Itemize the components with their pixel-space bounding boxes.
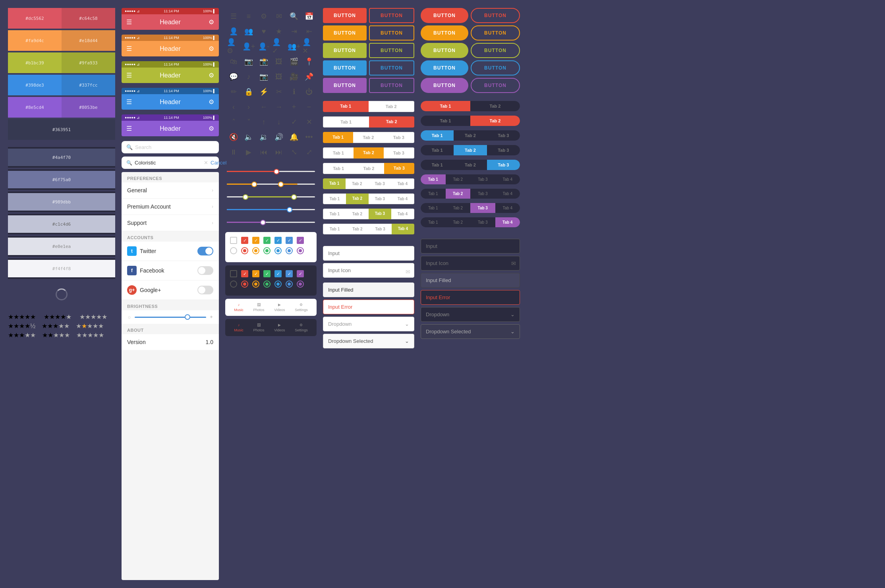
radio-dark-orange[interactable] — [252, 280, 259, 288]
slider-purple[interactable] — [227, 219, 315, 226]
tab-dark-p2-4[interactable]: Tab 4 — [495, 189, 520, 199]
btn-outline-orange[interactable]: BUTTON — [369, 25, 414, 41]
tab-dark-p4-2[interactable]: Tab 2 — [446, 217, 471, 227]
btn-rounded-outline-red[interactable]: BUTTON — [471, 8, 520, 23]
tab2-active-orange2[interactable]: Tab 2 — [354, 147, 384, 159]
tab-dark-p2-2[interactable]: Tab 2 — [446, 189, 471, 199]
input-filled-field[interactable] — [323, 282, 414, 297]
tab3-inactive-orange[interactable]: Tab 3 — [384, 132, 414, 143]
radio-blue[interactable] — [274, 247, 282, 254]
brightness-slider[interactable]: ☼ ✦ — [127, 314, 213, 320]
tab-dark-b3-3[interactable]: Tab 3 — [487, 160, 520, 170]
tab-dark-2-active-red2[interactable]: Tab 2 — [470, 116, 520, 126]
tab1-active-green[interactable]: Tab 1 — [323, 178, 346, 189]
bottom-bar-dark-videos[interactable]: ▶ Videos — [274, 323, 285, 332]
tab-dark-p1-1[interactable]: Tab 1 — [421, 174, 446, 184]
tab3-inactive-green[interactable]: Tab 3 — [369, 178, 391, 189]
checkbox-red[interactable]: ✓ — [241, 237, 248, 244]
btn-rounded-solid-green[interactable]: BUTTON — [421, 43, 468, 58]
search-box[interactable]: 🔍 Search — [122, 141, 219, 153]
btn-rounded-solid-orange[interactable]: BUTTON — [421, 25, 468, 41]
checkbox-purple[interactable]: ✓ — [297, 237, 304, 244]
tab-dark-p4-4[interactable]: Tab 4 — [495, 217, 520, 227]
btn-solid-blue[interactable]: BUTTON — [323, 60, 367, 75]
btn-outline-blue[interactable]: BUTTON — [369, 60, 414, 75]
checkbox-orange[interactable]: ✓ — [252, 237, 259, 244]
search-input[interactable] — [135, 160, 201, 166]
bottom-bar-videos[interactable]: ▶ Videos — [274, 303, 285, 312]
settings-item-premium[interactable]: Premium Account › — [122, 199, 219, 215]
checkbox-dark-blue[interactable]: ✓ — [274, 270, 282, 277]
btn-solid-green[interactable]: BUTTON — [323, 43, 367, 58]
btn-outline-green[interactable]: BUTTON — [369, 43, 414, 58]
bottom-bar-dark-music[interactable]: ♪ Music — [234, 323, 243, 332]
clear-icon[interactable]: ✕ — [204, 160, 208, 166]
slider-track[interactable] — [135, 317, 206, 318]
slider-orange[interactable] — [227, 181, 315, 188]
btn-outline-red[interactable]: BUTTON — [369, 8, 414, 23]
tab-dark-b2-2[interactable]: Tab 2 — [454, 145, 487, 155]
radio-blue2[interactable] — [286, 247, 293, 254]
btn-rounded-solid-purple[interactable]: BUTTON — [421, 78, 468, 93]
radio-dark-green[interactable] — [263, 280, 271, 288]
googleplus-toggle[interactable] — [197, 286, 213, 294]
tab-dark-1-active-red[interactable]: Tab 1 — [421, 101, 470, 111]
tab2-inactive-orange[interactable]: Tab 2 — [353, 132, 383, 143]
btn-rounded-outline-purple[interactable]: BUTTON — [471, 78, 520, 93]
tab-dark-1-inactive-red2[interactable]: Tab 1 — [421, 116, 470, 126]
radio-red[interactable] — [241, 247, 248, 254]
bottom-bar-photos[interactable]: 🖼 Photos — [253, 303, 264, 312]
slider-red[interactable] — [227, 168, 315, 175]
tab2-inactive-red[interactable]: Tab 2 — [369, 101, 415, 112]
twitter-toggle[interactable] — [197, 247, 213, 255]
tab4-i-g2[interactable]: Tab 4 — [391, 193, 414, 204]
tab2-i-g4[interactable]: Tab 2 — [346, 224, 369, 234]
tab-dark-p4-1[interactable]: Tab 1 — [421, 217, 446, 227]
settings-item-twitter[interactable]: t Twitter — [122, 242, 219, 261]
tab3-active-orange3[interactable]: Tab 3 — [384, 163, 414, 174]
bottom-bar-dark-settings[interactable]: ⚙ Settings — [295, 323, 308, 332]
checkbox-blue2[interactable]: ✓ — [286, 237, 293, 244]
btn-solid-purple[interactable]: BUTTON — [323, 78, 367, 93]
dropdown-selected-field[interactable]: Dropdown Selected ⌄ — [323, 334, 414, 348]
slider-green[interactable] — [227, 194, 315, 200]
slider-blue[interactable] — [227, 207, 315, 213]
tab1-i-g4[interactable]: Tab 1 — [323, 224, 346, 234]
btn-solid-orange[interactable]: BUTTON — [323, 25, 367, 41]
tab2-a-g2[interactable]: Tab 2 — [346, 193, 369, 204]
tab-dark-b3-2[interactable]: Tab 2 — [454, 160, 487, 170]
checkbox-dark-unchecked[interactable] — [230, 270, 237, 277]
tab-dark-p3-4[interactable]: Tab 4 — [495, 203, 520, 213]
tab-dark-b1-2[interactable]: Tab 2 — [454, 130, 487, 141]
search-box-active[interactable]: 🔍 ✕ Cancel — [122, 157, 219, 169]
checkbox-unchecked[interactable] — [230, 237, 237, 244]
tab1-inactive-orange3[interactable]: Tab 1 — [323, 163, 354, 174]
tab1-i-g3[interactable]: Tab 1 — [323, 209, 346, 219]
settings-item-general[interactable]: General › — [122, 182, 219, 199]
radio-purple[interactable] — [297, 247, 304, 254]
tab2-i-g3[interactable]: Tab 2 — [346, 209, 369, 219]
checkbox-dark-green[interactable]: ✓ — [263, 270, 271, 277]
tab4-a-g4[interactable]: Tab 4 — [392, 224, 414, 234]
btn-rounded-solid-red[interactable]: BUTTON — [421, 8, 468, 23]
tab-dark-2-inactive-red[interactable]: Tab 2 — [470, 101, 520, 111]
tab-dark-p2-1[interactable]: Tab 1 — [421, 189, 446, 199]
settings-item-googleplus[interactable]: g+ Google+ — [122, 280, 219, 300]
tab4-inactive-green[interactable]: Tab 4 — [391, 178, 414, 189]
tab-dark-b1-3[interactable]: Tab 3 — [487, 130, 520, 141]
tab-dark-p1-4[interactable]: Tab 4 — [495, 174, 520, 184]
btn-rounded-outline-green[interactable]: BUTTON — [471, 43, 520, 58]
radio-dark-blue2[interactable] — [286, 280, 293, 288]
radio-dark-blue[interactable] — [274, 280, 282, 288]
bottom-bar-settings[interactable]: ⚙ Settings — [295, 303, 308, 312]
dropdown-dark-field[interactable]: Dropdown ⌄ — [421, 307, 520, 322]
checkbox-dark-orange[interactable]: ✓ — [252, 270, 259, 277]
tab-dark-p3-3[interactable]: Tab 3 — [470, 203, 495, 213]
radio-orange[interactable] — [252, 247, 259, 254]
bottom-bar-music[interactable]: ♪ Music — [234, 303, 243, 312]
input-dark-basic[interactable] — [421, 239, 520, 253]
tab-dark-p4-3[interactable]: Tab 3 — [470, 217, 495, 227]
tab-dark-p3-2[interactable]: Tab 2 — [446, 203, 471, 213]
tab4-i-g3[interactable]: Tab 4 — [391, 209, 414, 219]
tab1-inactive-orange2[interactable]: Tab 1 — [323, 147, 354, 159]
